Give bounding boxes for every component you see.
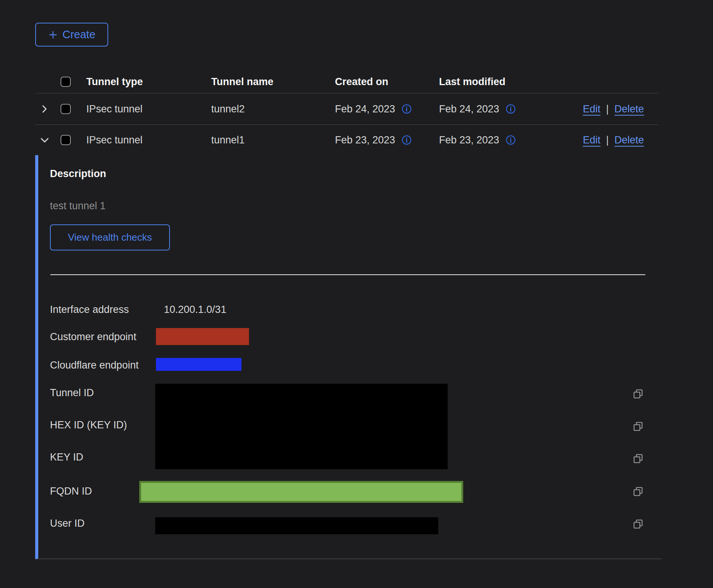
expand-row-button[interactable] (39, 104, 50, 114)
tunnel-name-cell: tunnel1 (211, 134, 245, 146)
copy-icon (632, 420, 644, 432)
tunnel-id-label: Tunnel ID (50, 387, 94, 399)
create-button[interactable]: Create (35, 23, 108, 47)
table-row-tunnel2: IPsec tunnel tunnel2 Feb 24, 2023 Feb 24… (35, 93, 659, 125)
copy-icon (632, 453, 644, 465)
info-icon[interactable] (506, 104, 516, 114)
info-icon[interactable] (402, 104, 412, 114)
copy-tunnel-id-button[interactable] (632, 387, 645, 400)
last-modified-value: Feb 24, 2023 (439, 103, 499, 115)
plus-icon (48, 30, 58, 40)
copy-hex-id-button[interactable] (632, 420, 645, 433)
copy-icon (632, 485, 644, 498)
table-header-row: Tunnel type Tunnel name Created on Last … (35, 70, 659, 93)
tunnel-name-cell: tunnel2 (211, 103, 245, 115)
header-tunnel-name: Tunnel name (211, 76, 274, 88)
customer-endpoint-redaction (156, 328, 249, 345)
id-values-redaction (155, 384, 448, 469)
delete-link[interactable]: Delete (615, 134, 644, 146)
header-last-modified: Last modified (439, 76, 506, 88)
last-modified-value: Feb 23, 2023 (439, 134, 499, 146)
action-separator: | (606, 134, 609, 146)
description-text: test tunnel 1 (50, 200, 106, 212)
description-label: Description (50, 168, 106, 180)
copy-fqdn-id-button[interactable] (632, 485, 645, 498)
copy-user-id-button[interactable] (632, 518, 645, 530)
user-id-redaction (155, 517, 438, 534)
cloudflare-endpoint-label: Cloudflare endpoint (50, 359, 139, 371)
user-id-label: User ID (50, 517, 85, 529)
chevron-down-icon (39, 134, 50, 146)
header-created-on: Created on (335, 76, 388, 88)
interface-address-value: 10.200.1.0/31 (164, 303, 226, 316)
copy-icon (632, 518, 644, 530)
chevron-right-icon (39, 104, 50, 114)
cloudflare-endpoint-redaction (156, 358, 241, 371)
key-id-label: KEY ID (50, 451, 83, 463)
info-icon[interactable] (506, 135, 516, 145)
created-on-value: Feb 23, 2023 (335, 134, 395, 146)
collapse-row-button[interactable] (39, 134, 50, 146)
header-tunnel-type: Tunnel type (86, 76, 143, 88)
table-row-tunnel1: IPsec tunnel tunnel1 Feb 23, 2023 Feb 23… (35, 125, 659, 155)
edit-link[interactable]: Edit (583, 103, 601, 115)
fqdn-id-redaction (139, 481, 463, 503)
delete-link[interactable]: Delete (615, 103, 644, 115)
edit-link[interactable]: Edit (583, 134, 601, 146)
tunnel-details-panel: Description test tunnel 1 View health ch… (35, 155, 662, 559)
row-checkbox[interactable] (61, 104, 71, 114)
copy-icon (632, 388, 644, 400)
hex-id-label: HEX ID (KEY ID) (50, 419, 127, 431)
tunnel-type-cell: IPsec tunnel (86, 103, 143, 115)
copy-key-id-button[interactable] (632, 452, 645, 465)
interface-address-label: Interface address (50, 303, 129, 316)
fqdn-id-label: FQDN ID (50, 485, 92, 497)
created-on-value: Feb 24, 2023 (335, 103, 395, 115)
action-separator: | (606, 103, 609, 115)
tunnel-type-cell: IPsec tunnel (86, 134, 143, 146)
row-checkbox[interactable] (61, 135, 71, 145)
select-all-checkbox[interactable] (61, 77, 71, 87)
create-button-label: Create (62, 28, 95, 41)
view-health-checks-button[interactable]: View health checks (50, 224, 170, 250)
tunnels-page: { "create_button": { "label": "Create" }… (0, 0, 713, 588)
section-divider (50, 274, 645, 275)
customer-endpoint-label: Customer endpoint (50, 331, 136, 343)
info-icon[interactable] (402, 135, 412, 145)
